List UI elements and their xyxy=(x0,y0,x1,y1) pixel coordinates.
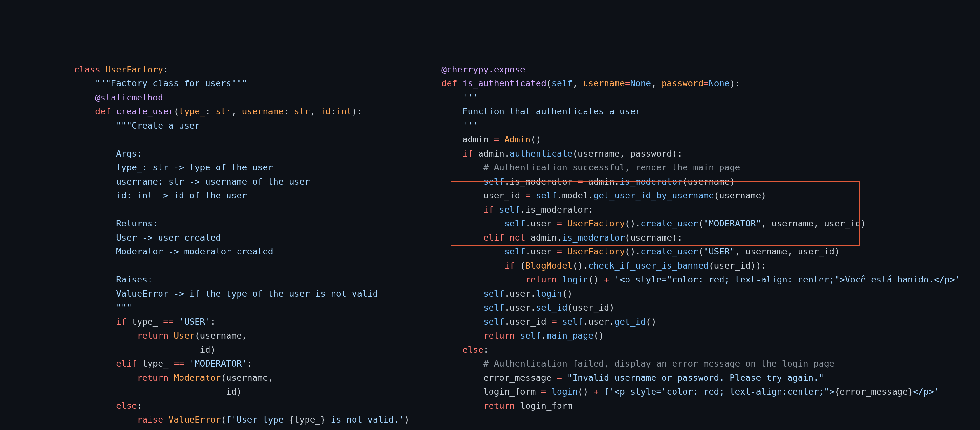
func-name: create_user xyxy=(116,106,174,116)
kw-class: class xyxy=(74,64,100,75)
code-diff-view: class UserFactory: """Factory class for … xyxy=(0,0,980,430)
decorator: @cherrypy.expose xyxy=(442,64,525,75)
decorator: @staticmethod xyxy=(74,92,163,102)
docstring: """Factory class for users""" xyxy=(74,78,247,88)
comment: # Authentication failed, display an erro… xyxy=(442,359,834,368)
left-code-pane[interactable]: class UserFactory: """Factory class for … xyxy=(74,48,409,427)
top-divider xyxy=(0,5,980,5)
comment: # Authentication successful, render the … xyxy=(442,162,740,172)
right-code-pane[interactable]: @cherrypy.expose def is_authenticated(se… xyxy=(442,48,960,413)
func-name: is_authenticated xyxy=(463,78,546,88)
class-name: UserFactory xyxy=(106,64,163,75)
